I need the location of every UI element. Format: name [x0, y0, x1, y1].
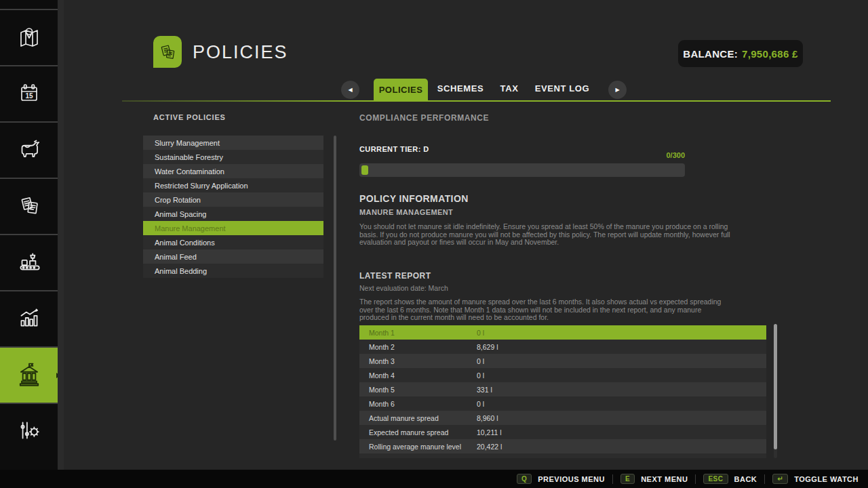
report-description: The report shows the amount of manure sp… — [359, 298, 731, 322]
page-title: POLICIES — [193, 42, 288, 63]
report-row-value: 0 l — [477, 329, 766, 337]
policy-info-title: POLICY INFORMATION — [359, 193, 469, 204]
tab-tax[interactable]: TAX — [500, 83, 519, 94]
report-table-row[interactable]: Month 40 l — [359, 368, 766, 382]
report-row-value: 0 l — [477, 357, 766, 365]
report-row-label: Actual manure spread — [359, 414, 477, 422]
policy-list-item[interactable]: Animal Spacing — [143, 207, 323, 221]
report-row-value: 0 l — [477, 400, 766, 408]
policy-list-item[interactable]: Restricted Slurry Application — [143, 178, 323, 192]
production-icon — [15, 247, 43, 279]
tab-prev-arrow[interactable]: ◀ — [341, 81, 359, 99]
tab-policies[interactable]: POLICIES — [374, 79, 428, 101]
report-table-row[interactable]: Month 30 l — [359, 354, 766, 368]
sidebar-item-statistics[interactable] — [0, 290, 58, 346]
report-row-value: 8,629 l — [477, 343, 766, 351]
policy-list-item[interactable]: Animal Bedding — [143, 264, 323, 278]
policy-list-item[interactable]: Crop Rotation — [143, 192, 323, 207]
tab-underline — [122, 100, 831, 102]
tab-event-log[interactable]: EVENT LOG — [535, 83, 590, 94]
main-menu-sidebar: 15 — [0, 0, 58, 488]
hint-previous-menu: Q PREVIOUS MENU — [517, 474, 605, 484]
enter-key-icon: ↵ — [772, 474, 788, 484]
report-table-row[interactable]: Rolling average manure level20,422 l — [359, 439, 766, 453]
policy-list-item[interactable]: Manure Management — [143, 221, 323, 235]
report-row-value: 0 l — [477, 371, 766, 380]
balance-value: 7,950,686 £ — [742, 48, 798, 60]
hint-toggle-watch: ↵ TOGGLE WATCH — [772, 474, 859, 484]
hint-divider — [764, 474, 765, 484]
policy-list-item[interactable]: Animal Feed — [143, 249, 323, 264]
compliance-score: 0/300 — [617, 151, 685, 159]
report-row-label: Month 3 — [359, 357, 477, 365]
report-row-label: Rating — [359, 457, 477, 459]
back-button[interactable]: BACK — [734, 475, 757, 483]
hint-back: ESC BACK — [703, 474, 757, 484]
toggle-watch-button[interactable]: TOGGLE WATCH — [794, 475, 859, 483]
settings-sliders-icon — [15, 416, 43, 447]
key-e: E — [620, 474, 635, 484]
policy-list-item[interactable]: Sustainable Forestry — [143, 150, 323, 164]
latest-report-title: LATEST REPORT — [359, 271, 431, 281]
report-row-label: Expected manure spread — [359, 428, 477, 436]
sidebar-item-government[interactable] — [0, 346, 58, 403]
next-menu-button[interactable]: NEXT MENU — [641, 475, 688, 483]
tab-schemes[interactable]: SCHEMES — [437, 83, 484, 94]
map-icon — [16, 23, 43, 53]
documents-icon — [16, 192, 43, 222]
active-policies-list: Slurry ManagementSustainable ForestryWat… — [143, 136, 323, 278]
report-row-value: - — [477, 457, 766, 459]
policy-list-item[interactable]: Animal Conditions — [143, 235, 323, 249]
report-row-label: Month 2 — [359, 343, 477, 351]
cow-icon — [15, 135, 43, 166]
report-table-row[interactable]: Rating- — [359, 453, 766, 458]
sidebar-item-contracts[interactable] — [0, 178, 58, 234]
policy-list-item[interactable]: Slurry Management — [143, 136, 323, 150]
compliance-progress-bar — [359, 163, 685, 177]
report-table-row[interactable]: Month 10 l — [359, 325, 766, 340]
previous-menu-button[interactable]: PREVIOUS MENU — [538, 475, 605, 483]
sidebar-item-settings[interactable] — [0, 403, 58, 459]
report-row-value: 8,960 l — [477, 414, 766, 422]
report-table-scrollbar[interactable] — [774, 324, 777, 458]
policies-page-icon — [153, 36, 182, 68]
compliance-section-title: COMPLIANCE PERFORMANCE — [359, 113, 489, 123]
sidebar-item-map[interactable] — [0, 9, 58, 65]
report-row-value: 10,211 l — [477, 428, 766, 436]
current-tier-label: CURRENT TIER: D — [359, 145, 429, 153]
policy-list-item[interactable]: Water Contamination — [143, 164, 323, 178]
policies-screen: 15 — [0, 0, 868, 488]
svg-text:15: 15 — [25, 92, 33, 100]
report-row-label: Month 5 — [359, 386, 477, 394]
report-table-row[interactable]: Expected manure spread10,211 l — [359, 425, 766, 439]
sidebar-item-animals[interactable] — [0, 121, 58, 178]
report-row-label: Rolling average manure level — [359, 443, 477, 451]
report-table-row[interactable]: Month 28,629 l — [359, 340, 766, 354]
hint-divider — [612, 474, 613, 484]
report-table-row[interactable]: Month 60 l — [359, 396, 766, 411]
sidebar-item-calendar[interactable]: 15 — [0, 65, 58, 121]
report-row-value: 20,422 l — [477, 443, 766, 451]
report-row-label: Month 1 — [359, 329, 477, 337]
calendar-icon: 15 — [16, 79, 43, 109]
sidebar-item-production[interactable] — [0, 234, 58, 290]
policies-list-scrollbar[interactable] — [334, 136, 336, 441]
report-row-label: Month 4 — [359, 371, 477, 380]
report-table: Month 10 lMonth 28,629 lMonth 30 lMonth … — [359, 325, 766, 458]
compliance-progress-fill — [361, 165, 368, 175]
balance-badge: BALANCE: 7,950,686 £ — [678, 40, 803, 67]
key-esc: ESC — [703, 474, 728, 484]
report-row-value: 331 l — [477, 386, 766, 394]
report-table-row[interactable]: Month 5331 l — [359, 382, 766, 396]
sidebar-edge-strip — [58, 0, 64, 470]
input-hints-bar: Q PREVIOUS MENU E NEXT MENU ESC BACK ↵ T… — [0, 470, 868, 488]
key-q: Q — [517, 474, 532, 484]
next-evaluation-date: Next evaluation date: March — [359, 284, 448, 292]
balance-label: BALANCE: — [683, 48, 738, 60]
tab-next-arrow[interactable]: ▶ — [608, 81, 627, 99]
bank-icon — [14, 359, 44, 392]
report-table-row[interactable]: Actual manure spread8,960 l — [359, 411, 766, 425]
hint-divider — [695, 474, 696, 484]
report-table-scroll-thumb[interactable] — [774, 324, 777, 449]
active-policies-title: ACTIVE POLICIES — [153, 113, 226, 121]
